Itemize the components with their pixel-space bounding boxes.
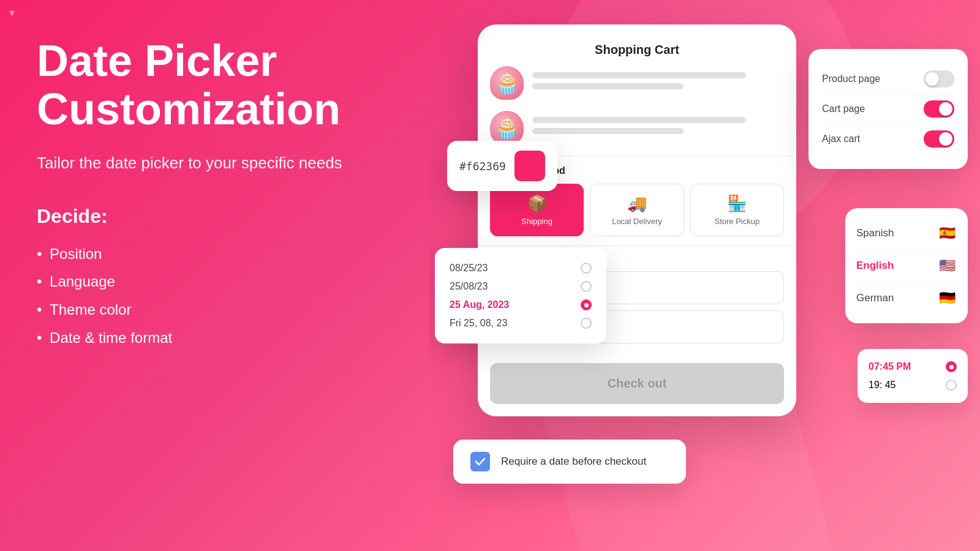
date-format-card: 08/25/23 25/08/23 25 Aug, 2023 Fri 25, 0… bbox=[435, 248, 606, 343]
lang-option-german[interactable]: German 🇩🇪 bbox=[856, 282, 957, 314]
pickup-icon: 🏪 bbox=[727, 194, 747, 213]
product-page-toggle[interactable] bbox=[924, 70, 954, 88]
time-radio-2[interactable] bbox=[946, 380, 957, 391]
settings-panel: Product page Cart page Ajax cart bbox=[809, 49, 968, 169]
shipping-label: Shipping bbox=[521, 217, 552, 226]
date-option-3-label: 25 Aug, 2023 bbox=[450, 299, 509, 310]
product-details-1 bbox=[532, 72, 784, 94]
checkout-button[interactable]: Check out bbox=[490, 363, 784, 404]
color-picker-card: #f62369 bbox=[447, 141, 557, 191]
require-date-card: Require a date before checkout bbox=[453, 440, 686, 484]
product-price-line bbox=[532, 83, 684, 89]
cart-items bbox=[478, 66, 796, 144]
spanish-label: Spanish bbox=[856, 227, 894, 239]
spanish-flag: 🇪🇸 bbox=[937, 223, 957, 243]
date-radio-3[interactable] bbox=[581, 299, 592, 310]
english-label: English bbox=[856, 260, 894, 272]
store-pickup-btn[interactable]: 🏪 Store Pickup bbox=[690, 184, 784, 236]
time-option-24h[interactable]: 19: 45 bbox=[869, 376, 957, 394]
date-radio-2[interactable] bbox=[581, 281, 592, 292]
lang-option-spanish[interactable]: Spanish 🇪🇸 bbox=[856, 217, 957, 249]
date-radio-1[interactable] bbox=[581, 263, 592, 274]
logo-icon: ▾ bbox=[9, 6, 15, 20]
cart-page-toggle[interactable] bbox=[924, 100, 954, 118]
cart-title: Shopping Cart bbox=[478, 37, 796, 66]
checkmark-icon bbox=[475, 456, 486, 467]
product-image-1 bbox=[490, 66, 524, 100]
date-option-4[interactable]: Fri 25, 08, 23 bbox=[450, 314, 592, 332]
date-option-2[interactable]: 25/08/23 bbox=[450, 277, 592, 296]
setting-cart-page: Cart page bbox=[822, 94, 954, 124]
english-flag: 🇺🇸 bbox=[937, 256, 957, 276]
setting-product-page: Product page bbox=[822, 64, 954, 94]
decide-list: Position Language Theme color Date & tim… bbox=[37, 240, 392, 351]
decide-item-format: Date & time format bbox=[37, 324, 392, 352]
local-delivery-btn[interactable]: 🚚 Local Delivery bbox=[590, 184, 684, 236]
date-option-4-label: Fri 25, 08, 23 bbox=[450, 318, 507, 329]
time-panel: 07:45 PM 19: 45 bbox=[858, 349, 968, 403]
time-radio-1[interactable] bbox=[946, 361, 957, 372]
shopping-cart-frame: Shopping Cart Select a method bbox=[478, 24, 796, 416]
decide-item-language: Language bbox=[37, 268, 392, 296]
product-name-line bbox=[532, 72, 746, 78]
shipping-method-btn[interactable]: 📦 Shipping bbox=[490, 184, 584, 236]
decide-item-position: Position bbox=[37, 240, 392, 268]
store-pickup-label: Store Pickup bbox=[714, 217, 760, 226]
time-option-12h[interactable]: 07:45 PM bbox=[869, 358, 957, 376]
product-price-line-2 bbox=[532, 128, 684, 134]
require-date-label: Require a date before checkout bbox=[501, 455, 646, 468]
color-swatch[interactable] bbox=[514, 151, 545, 181]
local-delivery-label: Local Delivery bbox=[612, 217, 662, 226]
decide-title: Decide: bbox=[37, 205, 392, 228]
cart-item-1 bbox=[490, 66, 784, 100]
lang-option-english[interactable]: English 🇺🇸 bbox=[856, 249, 957, 282]
german-flag: 🇩🇪 bbox=[937, 288, 957, 308]
color-hex-value: #f62369 bbox=[459, 160, 506, 173]
time-24h-label: 19: 45 bbox=[869, 380, 895, 391]
setting-ajax-cart: Ajax cart bbox=[822, 124, 954, 154]
require-date-checkbox[interactable] bbox=[470, 452, 490, 471]
date-option-1[interactable]: 08/25/23 bbox=[450, 259, 592, 277]
method-buttons: 📦 Shipping 🚚 Local Delivery 🏪 Store Pick… bbox=[490, 184, 784, 236]
date-radio-4[interactable] bbox=[581, 318, 592, 329]
date-option-3[interactable]: 25 Aug, 2023 bbox=[450, 296, 592, 314]
shipping-icon: 📦 bbox=[527, 194, 547, 213]
time-12h-label: 07:45 PM bbox=[869, 361, 911, 372]
delivery-icon: 🚚 bbox=[627, 194, 647, 213]
ajax-cart-toggle[interactable] bbox=[924, 130, 954, 148]
subtitle: Tailor the date picker to your specific … bbox=[37, 152, 392, 174]
main-title: Date Picker Customization bbox=[37, 37, 392, 133]
product-image-2 bbox=[490, 111, 524, 144]
product-name-line-2 bbox=[532, 117, 746, 123]
language-panel: Spanish 🇪🇸 English 🇺🇸 German 🇩🇪 bbox=[845, 208, 968, 323]
date-option-2-label: 25/08/23 bbox=[450, 281, 488, 292]
decide-item-color: Theme color bbox=[37, 296, 392, 324]
ui-container: Shopping Cart Select a method bbox=[429, 0, 980, 551]
product-details-2 bbox=[532, 117, 784, 139]
date-option-1-label: 08/25/23 bbox=[450, 263, 488, 274]
cart-page-label: Cart page bbox=[822, 103, 865, 114]
left-content: Date Picker Customization Tailor the dat… bbox=[37, 37, 392, 351]
ajax-cart-label: Ajax cart bbox=[822, 133, 860, 144]
product-page-label: Product page bbox=[822, 73, 880, 84]
german-label: German bbox=[856, 292, 894, 304]
cart-item-2 bbox=[490, 111, 784, 144]
